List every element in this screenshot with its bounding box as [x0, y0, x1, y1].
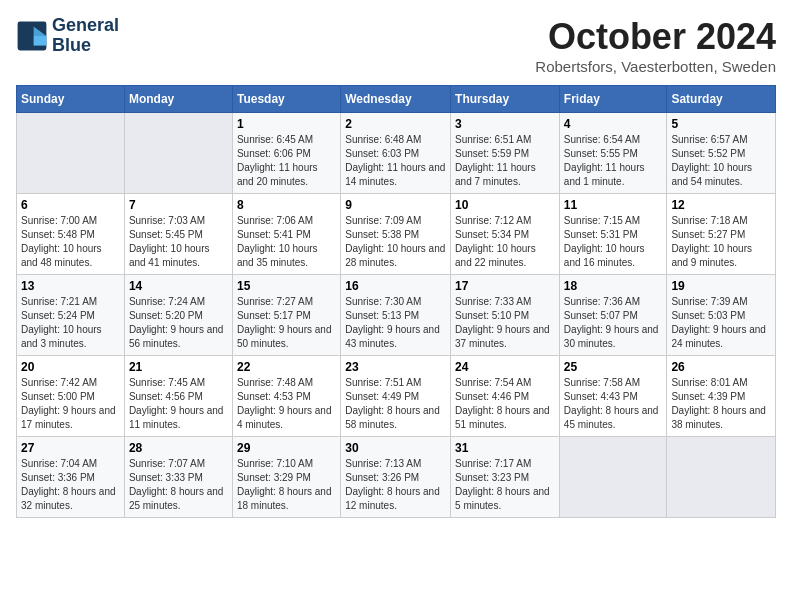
calendar-cell: 31Sunrise: 7:17 AM Sunset: 3:23 PM Dayli… [451, 437, 560, 518]
calendar-cell: 29Sunrise: 7:10 AM Sunset: 3:29 PM Dayli… [232, 437, 340, 518]
day-info: Sunrise: 7:13 AM Sunset: 3:26 PM Dayligh… [345, 457, 446, 513]
day-number: 28 [129, 441, 228, 455]
svg-marker-2 [34, 36, 47, 46]
calendar-cell [124, 113, 232, 194]
day-info: Sunrise: 7:03 AM Sunset: 5:45 PM Dayligh… [129, 214, 228, 270]
week-row-2: 6Sunrise: 7:00 AM Sunset: 5:48 PM Daylig… [17, 194, 776, 275]
day-number: 10 [455, 198, 555, 212]
day-number: 13 [21, 279, 120, 293]
column-header-sunday: Sunday [17, 86, 125, 113]
day-number: 24 [455, 360, 555, 374]
day-number: 14 [129, 279, 228, 293]
week-row-5: 27Sunrise: 7:04 AM Sunset: 3:36 PM Dayli… [17, 437, 776, 518]
calendar-cell: 28Sunrise: 7:07 AM Sunset: 3:33 PM Dayli… [124, 437, 232, 518]
calendar-cell: 6Sunrise: 7:00 AM Sunset: 5:48 PM Daylig… [17, 194, 125, 275]
day-info: Sunrise: 7:42 AM Sunset: 5:00 PM Dayligh… [21, 376, 120, 432]
calendar-cell: 5Sunrise: 6:57 AM Sunset: 5:52 PM Daylig… [667, 113, 776, 194]
logo-text: General Blue [52, 16, 119, 56]
day-info: Sunrise: 7:45 AM Sunset: 4:56 PM Dayligh… [129, 376, 228, 432]
calendar-cell: 25Sunrise: 7:58 AM Sunset: 4:43 PM Dayli… [559, 356, 667, 437]
day-info: Sunrise: 7:06 AM Sunset: 5:41 PM Dayligh… [237, 214, 336, 270]
calendar-cell: 19Sunrise: 7:39 AM Sunset: 5:03 PM Dayli… [667, 275, 776, 356]
column-header-tuesday: Tuesday [232, 86, 340, 113]
calendar-cell: 13Sunrise: 7:21 AM Sunset: 5:24 PM Dayli… [17, 275, 125, 356]
day-info: Sunrise: 7:48 AM Sunset: 4:53 PM Dayligh… [237, 376, 336, 432]
calendar-cell: 10Sunrise: 7:12 AM Sunset: 5:34 PM Dayli… [451, 194, 560, 275]
calendar-cell: 22Sunrise: 7:48 AM Sunset: 4:53 PM Dayli… [232, 356, 340, 437]
day-number: 3 [455, 117, 555, 131]
column-header-wednesday: Wednesday [341, 86, 451, 113]
column-header-saturday: Saturday [667, 86, 776, 113]
day-number: 9 [345, 198, 446, 212]
calendar-cell: 1Sunrise: 6:45 AM Sunset: 6:06 PM Daylig… [232, 113, 340, 194]
day-number: 29 [237, 441, 336, 455]
day-number: 31 [455, 441, 555, 455]
calendar-cell: 21Sunrise: 7:45 AM Sunset: 4:56 PM Dayli… [124, 356, 232, 437]
day-info: Sunrise: 7:36 AM Sunset: 5:07 PM Dayligh… [564, 295, 663, 351]
column-header-friday: Friday [559, 86, 667, 113]
day-number: 26 [671, 360, 771, 374]
day-info: Sunrise: 7:33 AM Sunset: 5:10 PM Dayligh… [455, 295, 555, 351]
day-number: 25 [564, 360, 663, 374]
day-number: 1 [237, 117, 336, 131]
day-info: Sunrise: 7:04 AM Sunset: 3:36 PM Dayligh… [21, 457, 120, 513]
calendar-cell [559, 437, 667, 518]
calendar-cell: 15Sunrise: 7:27 AM Sunset: 5:17 PM Dayli… [232, 275, 340, 356]
day-number: 4 [564, 117, 663, 131]
day-number: 19 [671, 279, 771, 293]
logo-icon [16, 20, 48, 52]
day-number: 12 [671, 198, 771, 212]
header-row: SundayMondayTuesdayWednesdayThursdayFrid… [17, 86, 776, 113]
calendar-cell: 2Sunrise: 6:48 AM Sunset: 6:03 PM Daylig… [341, 113, 451, 194]
day-number: 2 [345, 117, 446, 131]
day-number: 22 [237, 360, 336, 374]
day-number: 11 [564, 198, 663, 212]
day-number: 7 [129, 198, 228, 212]
day-info: Sunrise: 7:24 AM Sunset: 5:20 PM Dayligh… [129, 295, 228, 351]
day-info: Sunrise: 7:17 AM Sunset: 3:23 PM Dayligh… [455, 457, 555, 513]
calendar-cell: 12Sunrise: 7:18 AM Sunset: 5:27 PM Dayli… [667, 194, 776, 275]
calendar-cell: 8Sunrise: 7:06 AM Sunset: 5:41 PM Daylig… [232, 194, 340, 275]
day-info: Sunrise: 7:54 AM Sunset: 4:46 PM Dayligh… [455, 376, 555, 432]
day-number: 20 [21, 360, 120, 374]
day-number: 15 [237, 279, 336, 293]
calendar-cell: 23Sunrise: 7:51 AM Sunset: 4:49 PM Dayli… [341, 356, 451, 437]
week-row-1: 1Sunrise: 6:45 AM Sunset: 6:06 PM Daylig… [17, 113, 776, 194]
day-info: Sunrise: 7:39 AM Sunset: 5:03 PM Dayligh… [671, 295, 771, 351]
calendar-cell: 4Sunrise: 6:54 AM Sunset: 5:55 PM Daylig… [559, 113, 667, 194]
day-info: Sunrise: 7:18 AM Sunset: 5:27 PM Dayligh… [671, 214, 771, 270]
calendar-cell: 27Sunrise: 7:04 AM Sunset: 3:36 PM Dayli… [17, 437, 125, 518]
day-info: Sunrise: 6:51 AM Sunset: 5:59 PM Dayligh… [455, 133, 555, 189]
day-info: Sunrise: 6:54 AM Sunset: 5:55 PM Dayligh… [564, 133, 663, 189]
day-info: Sunrise: 7:27 AM Sunset: 5:17 PM Dayligh… [237, 295, 336, 351]
day-info: Sunrise: 7:09 AM Sunset: 5:38 PM Dayligh… [345, 214, 446, 270]
day-number: 6 [21, 198, 120, 212]
calendar-cell: 20Sunrise: 7:42 AM Sunset: 5:00 PM Dayli… [17, 356, 125, 437]
day-number: 18 [564, 279, 663, 293]
calendar-cell: 11Sunrise: 7:15 AM Sunset: 5:31 PM Dayli… [559, 194, 667, 275]
subtitle: Robertsfors, Vaesterbotten, Sweden [535, 58, 776, 75]
calendar-cell [17, 113, 125, 194]
day-info: Sunrise: 7:10 AM Sunset: 3:29 PM Dayligh… [237, 457, 336, 513]
day-info: Sunrise: 8:01 AM Sunset: 4:39 PM Dayligh… [671, 376, 771, 432]
calendar-cell [667, 437, 776, 518]
calendar-cell: 3Sunrise: 6:51 AM Sunset: 5:59 PM Daylig… [451, 113, 560, 194]
week-row-4: 20Sunrise: 7:42 AM Sunset: 5:00 PM Dayli… [17, 356, 776, 437]
day-info: Sunrise: 6:48 AM Sunset: 6:03 PM Dayligh… [345, 133, 446, 189]
calendar-cell: 17Sunrise: 7:33 AM Sunset: 5:10 PM Dayli… [451, 275, 560, 356]
day-info: Sunrise: 7:07 AM Sunset: 3:33 PM Dayligh… [129, 457, 228, 513]
day-number: 8 [237, 198, 336, 212]
day-number: 23 [345, 360, 446, 374]
calendar-cell: 16Sunrise: 7:30 AM Sunset: 5:13 PM Dayli… [341, 275, 451, 356]
calendar-cell: 24Sunrise: 7:54 AM Sunset: 4:46 PM Dayli… [451, 356, 560, 437]
page-header: General Blue October 2024 Robertsfors, V… [16, 16, 776, 75]
logo: General Blue [16, 16, 119, 56]
day-number: 30 [345, 441, 446, 455]
day-info: Sunrise: 7:51 AM Sunset: 4:49 PM Dayligh… [345, 376, 446, 432]
day-info: Sunrise: 7:15 AM Sunset: 5:31 PM Dayligh… [564, 214, 663, 270]
column-header-thursday: Thursday [451, 86, 560, 113]
calendar-table: SundayMondayTuesdayWednesdayThursdayFrid… [16, 85, 776, 518]
day-info: Sunrise: 7:21 AM Sunset: 5:24 PM Dayligh… [21, 295, 120, 351]
calendar-cell: 26Sunrise: 8:01 AM Sunset: 4:39 PM Dayli… [667, 356, 776, 437]
day-info: Sunrise: 7:12 AM Sunset: 5:34 PM Dayligh… [455, 214, 555, 270]
